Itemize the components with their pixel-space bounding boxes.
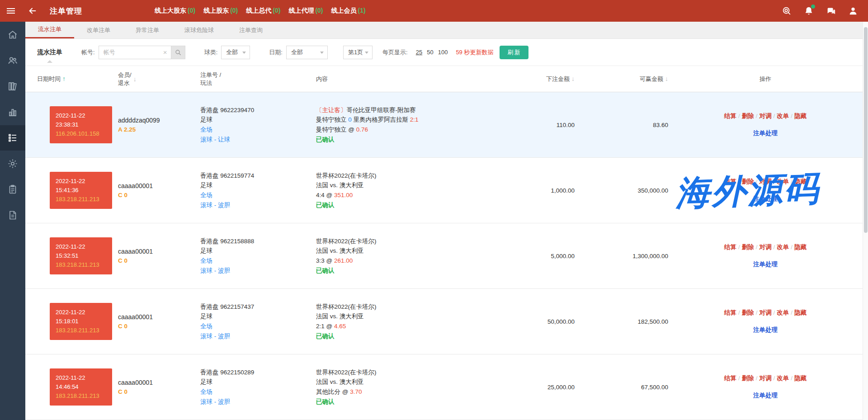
- table-row: 2022-11-22 15:18:01 183.218.211.213 caaa…: [25, 289, 863, 354]
- row-action-2[interactable]: 对调: [760, 309, 772, 316]
- order-process-link[interactable]: 注单处理: [668, 392, 863, 400]
- order-scope-link[interactable]: 全场: [200, 387, 316, 397]
- row-action-0[interactable]: 结算: [724, 244, 736, 250]
- tab-abnormal-orders[interactable]: 异常注单: [123, 22, 172, 38]
- row-action-1[interactable]: 删除: [742, 375, 754, 382]
- search-icon[interactable]: [782, 6, 792, 16]
- row-action-1[interactable]: 删除: [742, 113, 754, 119]
- order-scope-link[interactable]: 全场: [200, 125, 316, 135]
- page-size-50[interactable]: 50: [427, 49, 433, 56]
- row-action-4[interactable]: 隐藏: [794, 309, 807, 316]
- order-datetime-badge: 2022-11-22 15:41:36 183.218.211.213: [50, 172, 112, 209]
- menu-toggle-button[interactable]: [0, 0, 22, 22]
- sport-label: 球类:: [204, 48, 218, 57]
- collapse-caret-icon[interactable]: [47, 60, 52, 63]
- member-name[interactable]: caaaa00001: [118, 248, 200, 255]
- row-action-1[interactable]: 删除: [742, 309, 754, 316]
- row-action-4[interactable]: 隐藏: [794, 113, 807, 119]
- account-input[interactable]: [99, 46, 171, 59]
- sidebar-item-home[interactable]: [0, 22, 25, 47]
- order-play-link[interactable]: 滚球 - 波胆: [200, 331, 316, 341]
- member-rebate: C 0: [118, 257, 200, 264]
- sidebar-item-records[interactable]: [0, 177, 25, 202]
- sidebar-item-stats[interactable]: [0, 99, 25, 125]
- row-action-2[interactable]: 对调: [760, 375, 772, 382]
- clear-input-icon[interactable]: ×: [163, 48, 167, 56]
- row-action-0[interactable]: 结算: [724, 113, 736, 119]
- member-name[interactable]: caaaa00001: [118, 313, 200, 321]
- order-play-link[interactable]: 滚球 - 波胆: [200, 397, 316, 407]
- row-action-2[interactable]: 对调: [760, 244, 772, 250]
- row-action-3[interactable]: 改单: [777, 244, 789, 250]
- order-process-link[interactable]: 注单处理: [668, 195, 863, 203]
- sidebar-item-catalog[interactable]: [0, 74, 25, 99]
- order-process-link[interactable]: 注单处理: [668, 260, 863, 269]
- member-name[interactable]: caaaa00001: [118, 182, 200, 189]
- row-action-0[interactable]: 结算: [724, 375, 736, 382]
- tab-modified-orders[interactable]: 改单注单: [74, 22, 123, 38]
- member-name[interactable]: caaaa00001: [118, 379, 200, 386]
- order-scope-link[interactable]: 全场: [200, 321, 316, 331]
- nav-online-shareholder[interactable]: 线上股东(0): [203, 7, 238, 15]
- tab-order-query[interactable]: 注单查询: [226, 22, 275, 38]
- refresh-button[interactable]: 刷新: [500, 46, 528, 59]
- sidebar: [0, 22, 25, 420]
- action-separator: /: [754, 178, 760, 185]
- bet-pick: 其他比分 @: [316, 388, 348, 395]
- row-action-0[interactable]: 结算: [724, 178, 736, 185]
- hamburger-icon: [7, 7, 15, 15]
- row-action-1[interactable]: 删除: [742, 178, 754, 185]
- page-select[interactable]: 第1页: [343, 46, 373, 59]
- page-size-100[interactable]: 100: [438, 49, 448, 56]
- order-status: 已确认: [316, 135, 489, 145]
- order-management-page: 注单管理 线上大股东(0) 线上股东(0) 线上总代(0) 线上代理(0) 线上…: [0, 0, 868, 420]
- order-scope-link[interactable]: 全场: [200, 190, 316, 200]
- row-action-2[interactable]: 对调: [760, 113, 772, 119]
- row-action-3[interactable]: 改单: [777, 309, 789, 316]
- sidebar-item-orders[interactable]: [0, 125, 25, 151]
- row-action-3[interactable]: 改单: [777, 178, 789, 185]
- notifications-bell-icon[interactable]: [804, 6, 814, 16]
- row-action-4[interactable]: 隐藏: [794, 375, 807, 382]
- sidebar-item-users[interactable]: [0, 48, 25, 73]
- bet-type-tag: 〔主让客〕: [316, 107, 347, 113]
- nav-online-general-agent[interactable]: 线上总代(0): [246, 7, 280, 15]
- sidebar-item-reports[interactable]: [0, 203, 25, 228]
- order-process-link[interactable]: 注单处理: [668, 129, 863, 137]
- order-sport: 足球: [200, 377, 316, 387]
- header-win-amount[interactable]: 可赢金额↓: [575, 75, 668, 83]
- sidebar-item-settings[interactable]: [0, 151, 25, 176]
- order-process-link[interactable]: 注单处理: [668, 326, 863, 334]
- bet-odds: 351.00: [334, 192, 353, 198]
- nav-online-member[interactable]: 线上会员(1): [331, 7, 366, 15]
- account-search-button[interactable]: [171, 46, 185, 59]
- page-size-25[interactable]: 25: [416, 49, 422, 56]
- scrollbar-thumb[interactable]: [864, 27, 868, 233]
- nav-online-agent[interactable]: 线上代理(0): [288, 7, 323, 15]
- back-button[interactable]: [22, 0, 43, 22]
- order-play-link[interactable]: 滚球 - 让球: [200, 135, 316, 145]
- order-play-link[interactable]: 滚球 - 波胆: [200, 200, 316, 210]
- messages-icon[interactable]: [826, 6, 836, 16]
- header-member-rebate[interactable]: 会员/ 退水↓: [118, 71, 200, 87]
- sport-select[interactable]: 全部: [221, 46, 250, 59]
- row-action-1[interactable]: 删除: [742, 244, 754, 250]
- row-action-4[interactable]: 隐藏: [794, 244, 807, 250]
- row-action-3[interactable]: 改单: [777, 113, 789, 119]
- tab-flow-orders[interactable]: 流水注单: [25, 22, 74, 38]
- tab-rolling-danger-ball[interactable]: 滚球危险球: [172, 22, 226, 38]
- header-bet-amount[interactable]: 下注金额↓: [489, 75, 575, 83]
- date-select[interactable]: 全部: [286, 46, 328, 59]
- row-action-2[interactable]: 对调: [760, 178, 772, 185]
- order-scope-link[interactable]: 全场: [200, 256, 316, 266]
- account-icon[interactable]: [848, 6, 858, 16]
- member-name[interactable]: addddzaq0099: [118, 117, 200, 124]
- header-datetime[interactable]: 日期时间↑: [25, 75, 118, 83]
- row-action-0[interactable]: 结算: [724, 309, 736, 316]
- vertical-scrollbar[interactable]: [863, 22, 868, 420]
- order-play-link[interactable]: 滚球 - 波胆: [200, 266, 316, 276]
- row-action-4[interactable]: 隐藏: [794, 178, 807, 185]
- order-status: 已确认: [316, 200, 489, 210]
- nav-online-major-shareholder[interactable]: 线上大股东(0): [155, 7, 195, 15]
- row-action-3[interactable]: 改单: [777, 375, 789, 382]
